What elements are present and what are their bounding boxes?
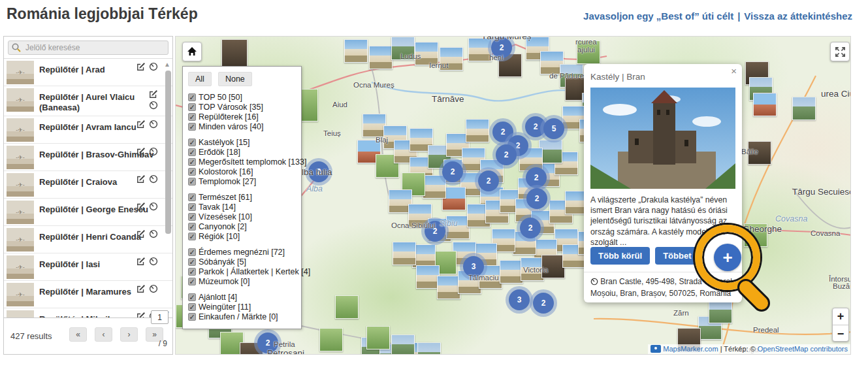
compass-slash-icon[interactable] (149, 257, 158, 266)
list-item[interactable]: -✈- Repülőtér | Arad (4, 59, 172, 86)
photo-marker[interactable] (319, 328, 343, 351)
filter-checkbox-row[interactable]: ✓Minden város [40] (188, 122, 297, 131)
list-item[interactable]: -✈- Repülőtér | Maramures (4, 281, 172, 308)
filter-none-button[interactable]: None (218, 72, 252, 86)
filter-checkbox-row[interactable]: ✓Erődök [18] (188, 148, 297, 157)
filter-checkbox-row[interactable]: ✓Kastélyok [15] (188, 138, 297, 147)
marker-cluster[interactable]: 2 (475, 167, 502, 195)
photo-marker[interactable] (221, 39, 248, 69)
marker-cluster[interactable]: 5 (540, 115, 568, 142)
edit-icon[interactable] (137, 202, 146, 211)
filter-checkbox-row[interactable]: ✓Érdemes megnézni [72] (188, 248, 297, 257)
filter-checkbox-row[interactable]: ✓Természet [61] (188, 193, 297, 202)
list-item[interactable]: -✈- Repülőtér | Henri Coanda (4, 226, 172, 253)
more-button[interactable]: Többet (655, 247, 699, 265)
zoom-in-button[interactable]: + (833, 308, 848, 325)
marker-cluster[interactable]: 2 (517, 214, 544, 242)
checkbox-checked[interactable]: ✓ (188, 123, 196, 131)
compass-slash-icon[interactable] (149, 202, 158, 211)
photo-marker[interactable] (500, 260, 523, 284)
checkbox-checked[interactable]: ✓ (188, 248, 196, 256)
photo-marker[interactable] (466, 119, 489, 142)
scrollbar-thumb[interactable] (165, 71, 171, 234)
search-input[interactable] (8, 41, 169, 55)
fullscreen-button[interactable] (830, 42, 850, 61)
checkbox-checked[interactable]: ✓ (188, 258, 196, 266)
compass-slash-icon[interactable] (149, 174, 158, 184)
photo-marker[interactable] (335, 295, 359, 319)
photo-marker[interactable] (437, 276, 460, 299)
compass-slash-icon[interactable] (149, 62, 158, 71)
edit-icon[interactable] (137, 147, 146, 156)
filter-checkbox-row[interactable]: ✓Vízesések [10] (188, 212, 297, 221)
list-item[interactable]: -✈- Repülőtér | Iasi (4, 253, 172, 281)
next-page-button[interactable]: › (120, 327, 138, 342)
filter-checkbox-row[interactable]: ✓Sóbányák [5] (188, 257, 297, 267)
list-item[interactable]: -✈- Repülőtér | Avram Iancu (4, 116, 172, 144)
checkbox-checked[interactable]: ✓ (188, 168, 196, 176)
checkbox-checked[interactable]: ✓ (188, 293, 196, 301)
prev-page-button[interactable]: ‹ (95, 327, 112, 342)
compass-slash-icon[interactable] (149, 120, 158, 129)
edit-icon[interactable] (137, 257, 146, 266)
photo-marker[interactable] (369, 46, 393, 69)
first-page-button[interactable]: « (69, 327, 87, 342)
photo-marker[interactable] (416, 265, 440, 289)
filter-checkbox-row[interactable]: ✓Templomok [27] (188, 177, 297, 186)
photo-marker[interactable] (366, 326, 390, 349)
filter-checkbox-row[interactable]: ✓Tavak [14] (188, 203, 297, 212)
filter-checkbox-row[interactable]: ✓Kolostorok [16] (188, 167, 297, 176)
filter-all-button[interactable]: All (188, 72, 212, 86)
checkbox-checked[interactable]: ✓ (188, 93, 196, 101)
checkbox-checked[interactable]: ✓ (188, 158, 196, 166)
compass-slash-icon[interactable] (149, 284, 158, 293)
filter-checkbox-row[interactable]: ✓TOP Városok [35] (188, 103, 297, 112)
photo-marker[interactable] (709, 300, 732, 323)
home-button[interactable] (182, 42, 202, 61)
photo-marker[interactable] (362, 114, 386, 137)
checkbox-checked[interactable]: ✓ (188, 203, 196, 211)
page-number-input[interactable] (151, 310, 169, 324)
filter-checkbox-row[interactable]: ✓Parkok | Állatkertek | Kertek [4] (188, 267, 297, 276)
photo-marker[interactable] (391, 334, 415, 355)
photo-marker[interactable] (393, 242, 416, 265)
checkbox-checked[interactable]: ✓ (188, 278, 196, 285)
filter-checkbox-row[interactable]: ✓Régiók [10] (188, 232, 297, 241)
zoom-out-button[interactable]: − (833, 325, 848, 342)
photo-marker[interactable] (792, 97, 816, 120)
list-item[interactable]: -✈- Repülőtér | George Enescu (4, 199, 172, 226)
marker-cluster[interactable]: 2 (439, 158, 466, 186)
osm-link[interactable]: OpenStreetMap contributors (758, 345, 848, 353)
checkbox-checked[interactable]: ✓ (188, 103, 196, 111)
checkbox-checked[interactable]: ✓ (188, 178, 196, 186)
checkbox-checked[interactable]: ✓ (188, 223, 196, 231)
mapsmarker-link[interactable]: MapsMarker.com (663, 345, 718, 353)
checkbox-checked[interactable]: ✓ (188, 193, 196, 201)
filter-checkbox-row[interactable]: ✓Repülőterek [16] (188, 112, 297, 122)
checkbox-checked[interactable]: ✓ (188, 268, 196, 276)
back-to-overview-link[interactable]: Vissza az áttekintéshez (744, 10, 852, 22)
edit-icon[interactable] (137, 174, 146, 184)
photo-marker[interactable] (344, 39, 368, 63)
checkbox-checked[interactable]: ✓ (188, 113, 196, 121)
suggest-destination-link[interactable]: Javasoljon egy „Best of” úti célt (583, 10, 733, 22)
filter-checkbox-row[interactable]: ✓Einkaufen / Märkte [0] (188, 312, 297, 321)
marker-cluster[interactable]: 3 (506, 286, 533, 314)
checkbox-checked[interactable]: ✓ (188, 313, 196, 321)
filter-checkbox-row[interactable]: ✓Múzeumok [0] (188, 277, 297, 286)
checkbox-checked[interactable]: ✓ (188, 233, 196, 240)
photo-marker[interactable] (417, 342, 441, 355)
compass-slash-icon[interactable] (149, 147, 158, 156)
scroll-up-arrow[interactable]: ▲ (164, 61, 170, 68)
edit-icon[interactable] (137, 284, 146, 293)
list-item[interactable]: -✈- Repülőtér | Brasov-Ghimbav (4, 144, 172, 171)
list-item[interactable]: -✈- Repülőtér | Craiova (4, 171, 172, 199)
filter-checkbox-row[interactable]: ✓TOP 50 [50] (188, 93, 297, 102)
filter-checkbox-row[interactable]: ✓Megerősített templomok [133] (188, 157, 297, 167)
marker-cluster[interactable]: 2 (523, 185, 551, 212)
more-around-button[interactable]: Több körül (590, 247, 650, 265)
photo-marker[interactable] (753, 93, 777, 116)
edit-icon[interactable] (149, 89, 158, 99)
map-canvas[interactable]: 222225222222332222Târgu MureșLudusIernut… (175, 36, 851, 355)
filter-checkbox-row[interactable]: ✓Ajánlott [4] (188, 293, 297, 302)
